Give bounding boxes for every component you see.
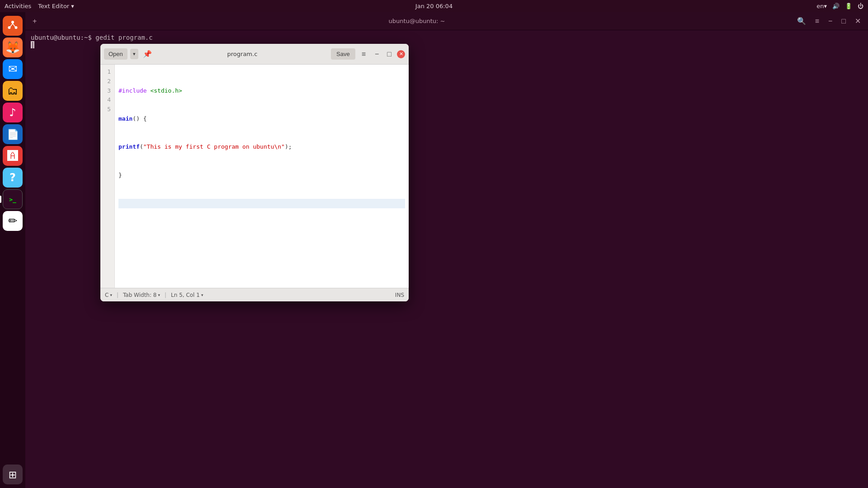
- tab-width-chevron-icon: ▾: [158, 293, 160, 297]
- software-dock-icon[interactable]: 🅰: [3, 146, 23, 166]
- thunderbird-dock-icon[interactable]: ✉: [3, 59, 23, 79]
- terminal-prompt: ubuntu@ubuntu:~$ gedit program.c: [31, 34, 153, 41]
- position-chevron-icon: ▾: [201, 293, 203, 297]
- help-dock-icon[interactable]: ?: [3, 168, 23, 188]
- language-chevron-icon: ▾: [110, 293, 112, 297]
- rhythmbox-dock-icon[interactable]: ♪: [3, 103, 23, 122]
- gedit-close-button[interactable]: ✕: [397, 50, 405, 58]
- cursor-position[interactable]: Ln 5, Col 1 ▾: [171, 292, 203, 298]
- show-apps-icon[interactable]: ⊞: [3, 465, 23, 484]
- ubuntu-logo-icon[interactable]: [3, 16, 23, 36]
- terminal-title: ubuntu@ubuntu: ~: [39, 18, 794, 24]
- terminal-maximize-button[interactable]: □: [839, 17, 849, 26]
- gedit-header: Open ▾ 📌 program.c Save ≡ − □ ✕: [100, 44, 409, 65]
- gedit-open-dropdown-button[interactable]: ▾: [130, 49, 138, 59]
- gedit-maximize-button[interactable]: □: [384, 48, 394, 60]
- terminal-menu-button[interactable]: ≡: [812, 17, 822, 26]
- terminal-window-controls: +: [30, 17, 39, 26]
- line-numbers: 1 2 3 4 5: [100, 65, 115, 288]
- top-bar-datetime: Jan 20 06:04: [415, 3, 453, 9]
- gedit-editor-area[interactable]: 1 2 3 4 5 #include <stdio.h> main() { pr…: [100, 65, 409, 288]
- insert-mode-indicator: INS: [395, 292, 404, 298]
- code-line-4: }: [118, 171, 405, 180]
- gedit-statusbar: C ▾ | Tab Width: 8 ▾ | Ln 5, Col 1 ▾ INS: [100, 288, 409, 301]
- files-dock-icon[interactable]: 🗂: [3, 81, 23, 101]
- gedit-pin-button[interactable]: 📌: [141, 48, 154, 60]
- top-bar-right: en▾ 🔊 🔋 ⏻: [816, 3, 863, 9]
- dock: 🦊 ✉ 🗂 ♪ 📄 🅰 ? >_ ✏️ ⊞: [0, 12, 25, 488]
- top-bar-left: Activities Text Editor ▾: [5, 3, 74, 9]
- line-num-1: 1: [105, 67, 111, 77]
- terminal-new-tab-button[interactable]: +: [30, 17, 39, 26]
- gedit-open-button[interactable]: Open: [104, 48, 127, 60]
- gedit-tab-title[interactable]: program.c: [156, 51, 328, 57]
- gedit-minimize-button[interactable]: −: [372, 48, 382, 60]
- tab-width-selector[interactable]: Tab Width: 8 ▾: [123, 292, 160, 298]
- battery-icon[interactable]: 🔋: [845, 3, 852, 9]
- line-num-5: 5: [105, 105, 111, 114]
- terminal-search-button[interactable]: 🔍: [794, 17, 809, 26]
- text-editor-label: Text Editor: [38, 3, 69, 9]
- gedit-save-button[interactable]: Save: [331, 48, 355, 60]
- language-selector[interactable]: C ▾: [105, 292, 112, 298]
- line-num-3: 3: [105, 86, 111, 96]
- text-editor-menu[interactable]: Text Editor ▾: [38, 3, 74, 9]
- code-line-3: printf("This is my first C program on ub…: [118, 142, 405, 152]
- code-line-1: #include <stdio.h>: [118, 86, 405, 96]
- activities-button[interactable]: Activities: [5, 3, 31, 9]
- code-line-5: [118, 199, 405, 208]
- power-icon[interactable]: ⏻: [858, 3, 863, 9]
- terminal-right-controls: 🔍 ≡ − □ ✕: [794, 17, 863, 26]
- text-editor-arrow: ▾: [71, 3, 74, 9]
- language-indicator[interactable]: en▾: [816, 3, 827, 9]
- line-num-4: 4: [105, 95, 111, 105]
- top-bar: Activities Text Editor ▾ Jan 20 06:04 en…: [0, 0, 868, 12]
- code-content[interactable]: #include <stdio.h> main() { printf("This…: [115, 65, 409, 288]
- gedit-window: Open ▾ 📌 program.c Save ≡ − □ ✕ 1 2 3 4 …: [100, 44, 409, 301]
- terminal-dock-icon[interactable]: >_: [3, 189, 23, 209]
- line-num-2: 2: [105, 77, 111, 86]
- firefox-dock-icon[interactable]: 🦊: [3, 38, 23, 57]
- terminal-titlebar: + ubuntu@ubuntu: ~ 🔍 ≡ − □ ✕: [25, 12, 868, 30]
- volume-icon[interactable]: 🔊: [832, 3, 840, 9]
- code-line-2: main() {: [118, 114, 405, 124]
- gedit-menu-button[interactable]: ≡: [358, 48, 369, 60]
- terminal-close-button[interactable]: ✕: [852, 17, 863, 26]
- gedit-dock-icon[interactable]: ✏️: [3, 211, 23, 231]
- terminal-minimize-button[interactable]: −: [826, 17, 835, 26]
- code-area[interactable]: 1 2 3 4 5 #include <stdio.h> main() { pr…: [100, 65, 409, 288]
- libreoffice-dock-icon[interactable]: 📄: [3, 124, 23, 144]
- svg-point-1: [11, 21, 14, 23]
